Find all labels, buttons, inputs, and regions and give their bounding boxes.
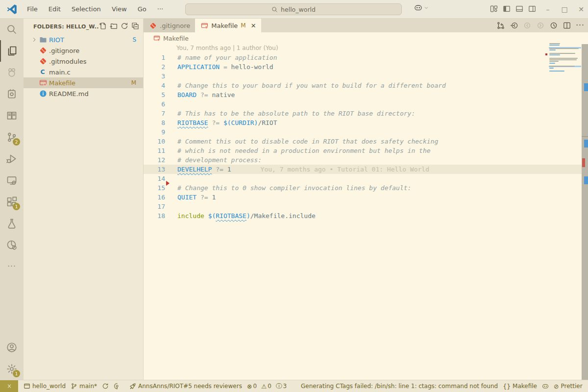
status-problems[interactable]: ⊗0⚠0ⓘ3 [245, 380, 292, 392]
code-line-13[interactable]: 13DEVELHELP ?= 1You, 7 months ago • Tuto… [144, 165, 582, 174]
tab--gitignore[interactable]: .gitignore [144, 19, 195, 32]
menu-item-file[interactable]: File [22, 3, 43, 15]
previous-change-button[interactable] [509, 21, 519, 30]
gitlens-commit-graph-button[interactable] [496, 21, 506, 30]
tree-item--gitmodules[interactable]: .gitmodules [24, 56, 143, 67]
file-tree: RIOTS.gitignore.gitmodulesCmain.cMakefil… [24, 34, 143, 99]
code-line-1[interactable]: 1# name of your application [144, 53, 582, 62]
minimize-button[interactable]: – [541, 3, 554, 16]
new-folder-icon [110, 22, 118, 30]
code-line-16[interactable]: 16QUIET ?= 1 [144, 193, 582, 202]
code-line-18[interactable]: 18include $(RIOTBASE)/Makefile.include [144, 211, 582, 220]
activity-item-dev-board[interactable] [0, 83, 24, 105]
git-deleted-lines-marker[interactable] [166, 181, 170, 186]
breadcrumb[interactable]: Makefile [144, 32, 588, 44]
tree-item--gitignore[interactable]: .gitignore [24, 45, 143, 56]
status-gitlens[interactable] [111, 380, 123, 392]
minimap[interactable] [549, 43, 580, 74]
line-number: 5 [144, 90, 165, 99]
status-workspace[interactable]: hello_world [21, 380, 68, 392]
menu-item-view[interactable]: View [106, 3, 132, 15]
overview-ruler[interactable] [582, 44, 588, 380]
minimap-line [549, 49, 556, 50]
collapse-all-button[interactable] [131, 22, 139, 31]
menu-item-selection[interactable]: Selection [66, 3, 106, 15]
code-line-8[interactable]: 8RIOTBASE ?= $(CURDIR)/RIOT [144, 118, 582, 127]
maximize-button[interactable]: □ [558, 3, 571, 16]
activity-item-settings[interactable]: 1 [0, 358, 24, 380]
new-file-button[interactable] [99, 22, 107, 31]
split-editor-button[interactable] [562, 21, 572, 30]
activity-item-docs[interactable] [0, 105, 24, 126]
toggle-panel-button[interactable] [515, 5, 523, 14]
code-token: RIOTBASE [216, 212, 246, 220]
tab-makefile[interactable]: MakefileM✕ [195, 19, 261, 32]
code-line-10[interactable]: 10# Comment this out to disable code in … [144, 137, 582, 146]
activity-item-raspberry-pi[interactable] [0, 62, 24, 83]
tree-item-makefile[interactable]: MakefileM [24, 77, 143, 88]
status-launchpad[interactable]: AnnsAnns/RIOT#5 needs reviewers [127, 380, 245, 392]
code-line-2[interactable]: 2APPLICATION = hello-world [144, 62, 582, 72]
code-line-5[interactable]: 5BOARD ?= native [144, 90, 582, 99]
code-line-7[interactable]: 7# This has to be the absolute path to t… [144, 109, 582, 118]
activity-item-search[interactable] [0, 19, 24, 40]
more-actions-button[interactable]: ··· [575, 21, 585, 30]
tab-close-icon[interactable]: ✕ [251, 22, 256, 29]
code-line-14[interactable]: 14 [144, 174, 582, 183]
activity-item-explorer[interactable] [0, 40, 24, 62]
activity-item-accounts[interactable] [0, 337, 24, 358]
status-remote-indicator[interactable] [0, 380, 18, 392]
line-number: 17 [144, 202, 165, 211]
minimap-deletion-marker [545, 53, 547, 55]
remoteic-icon [6, 383, 13, 390]
command-center-search[interactable]: hello_world [185, 3, 402, 15]
copilot-menu-button[interactable] [414, 3, 429, 12]
tree-item-riot[interactable]: RIOTS [24, 34, 143, 45]
gitlens-commit-graph-icon [497, 22, 505, 29]
minimap-line [549, 54, 560, 55]
tree-item-readme-md[interactable]: README.md [24, 88, 143, 99]
activity-item-run-and-debug[interactable] [0, 148, 24, 170]
code-line-3[interactable]: 3 [144, 72, 582, 81]
code-line-15[interactable]: 15# Change this to 0 show compiler invoc… [144, 183, 582, 193]
status-formatter[interactable]: ⊘Prettier [551, 380, 585, 392]
activity-item-testing[interactable] [0, 213, 24, 234]
activity-item-source-control[interactable]: 2 [0, 126, 24, 148]
status-notifications[interactable] [585, 380, 588, 392]
menu-item-go[interactable]: Go [132, 3, 152, 15]
customize-layout-button[interactable] [490, 5, 498, 14]
status-sync[interactable] [99, 380, 111, 392]
close-button[interactable]: ✕ [575, 3, 588, 16]
code-line-9[interactable]: 9 [144, 127, 582, 137]
code-line-12[interactable]: 12# development process: [144, 155, 582, 165]
refresh-button[interactable] [121, 22, 128, 31]
line-number: 14 [144, 174, 165, 183]
chevron-right-icon[interactable] [31, 37, 39, 43]
code-line-6[interactable]: 6 [144, 99, 582, 109]
activity-item-extensions[interactable]: 1 [0, 191, 24, 213]
editor-group: .gitignoreMakefileM✕ ··· Makefile You, 7… [144, 19, 588, 380]
file-history-button[interactable] [549, 21, 559, 30]
status-git-branch[interactable]: main* [68, 380, 99, 392]
code-editor[interactable]: 1# name of your application2APPLICATION … [144, 53, 582, 220]
menu-item-[interactable]: ··· [152, 3, 169, 15]
tree-item-main-c[interactable]: Cmain.c [24, 67, 143, 77]
menu-item-edit[interactable]: Edit [43, 3, 66, 15]
status-ctags-message[interactable]: Generating CTags failed: /bin/sh: line 1… [298, 380, 500, 392]
status-copilot-status[interactable] [539, 380, 551, 392]
warning-count: 0 [268, 383, 271, 390]
activity-item-resource-monitor[interactable] [0, 234, 24, 256]
code-line-17[interactable]: 17 [144, 202, 582, 211]
activity-item-remote-explorer[interactable] [0, 170, 24, 191]
code-line-4[interactable]: 4# Change this to your board if you want… [144, 81, 582, 90]
toggle-primary-sidebar-button[interactable] [503, 5, 511, 14]
new-folder-button[interactable] [110, 22, 118, 31]
toggle-secondary-sidebar-button[interactable] [528, 5, 536, 14]
sync-icon [102, 383, 109, 390]
gitlens-file-blame[interactable]: You, 7 months ago | 1 author (You) [176, 44, 278, 53]
code-line-11[interactable]: 11# which is not needed in a production … [144, 146, 582, 155]
circle-right-button [536, 21, 545, 30]
status-language-mode[interactable]: {}Makefile [500, 380, 539, 392]
breadcrumb-item[interactable]: Makefile [163, 35, 189, 42]
activity-item-more[interactable]: ··· [0, 256, 24, 277]
